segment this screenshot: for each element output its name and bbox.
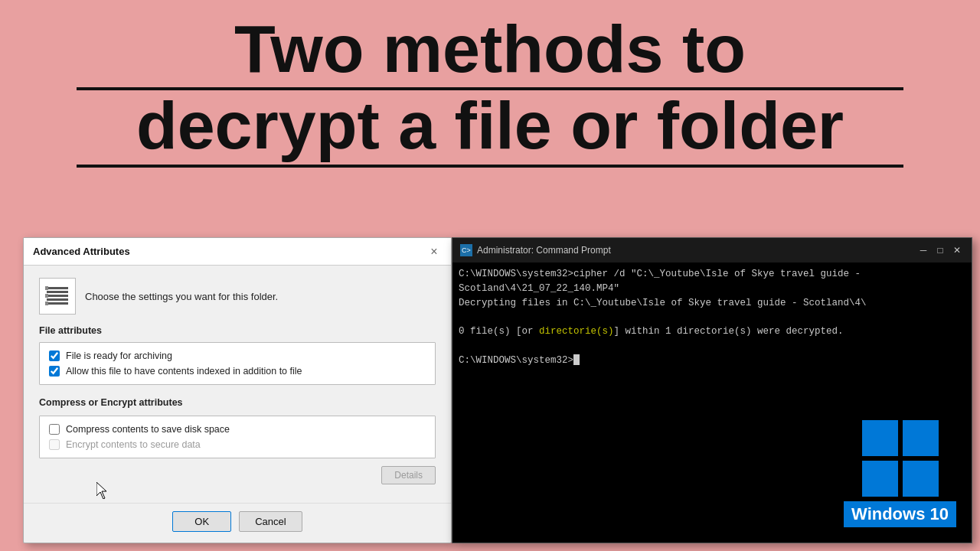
dialog-titlebar: Advanced Attributes × [24, 238, 451, 266]
dialog-header-row: Choose the settings you want for this fo… [39, 278, 436, 315]
svg-rect-5 [45, 286, 48, 290]
cmd-line-6: C:\WINDOWS\system32> [459, 354, 965, 368]
compress-label: Compress contents to save disk space [66, 424, 230, 435]
dialog-footer: OK Cancel [24, 503, 451, 543]
cmd-prompt-text: C:\WINDOWS\system32> [459, 355, 573, 366]
cmd-app-icon: C> [460, 244, 472, 256]
encrypt-checkbox [49, 439, 60, 450]
index-checkbox-row: Allow this file to have contents indexed… [49, 366, 426, 377]
svg-rect-1 [47, 291, 68, 293]
index-label: Allow this file to have contents indexed… [66, 366, 302, 377]
encrypt-label: Encrypt contents to secure data [66, 439, 201, 450]
close-icon[interactable]: ✕ [950, 243, 964, 257]
cmd-line-1: C:\WINDOWS\system32>cipher /d "C:\_Youtu… [459, 267, 965, 296]
encrypt-checkbox-row: Encrypt contents to secure data [49, 439, 426, 450]
list-icon [45, 284, 70, 308]
title-underline-bottom [77, 165, 903, 168]
archive-checkbox-row: File is ready for archiving [49, 350, 426, 361]
svg-rect-4 [47, 302, 68, 305]
folder-settings-icon [39, 278, 76, 315]
cmd-line-5 [459, 339, 965, 354]
cmd-title-left: C> Administrator: Command Prompt [460, 244, 611, 256]
cmd-titlebar: C> Administrator: Command Prompt ─ □ ✕ [452, 238, 972, 262]
compress-encrypt-box: Compress contents to save disk space Enc… [39, 416, 436, 458]
maximize-icon[interactable]: □ [933, 243, 947, 257]
svg-rect-0 [47, 287, 68, 289]
title-line1: Two methods to [31, 14, 949, 84]
compress-encrypt-label: Compress or Encrypt attributes [39, 397, 436, 408]
cmd-line-4: 0 file(s) [or directorie(s)] within 1 di… [459, 324, 965, 339]
dialog-header-text: Choose the settings you want for this fo… [85, 291, 278, 302]
ok-button[interactable]: OK [172, 511, 231, 532]
cmd-cursor [573, 354, 580, 365]
advanced-attributes-dialog: Advanced Attributes × Choose the setting… [23, 237, 452, 543]
svg-rect-3 [47, 298, 68, 301]
file-attributes-label: File attributes [39, 325, 436, 336]
title-line2: decrypt a file or folder [31, 90, 949, 161]
minimize-icon[interactable]: ─ [916, 243, 930, 257]
compress-checkbox[interactable] [49, 424, 60, 435]
command-prompt-window: C> Administrator: Command Prompt ─ □ ✕ C… [452, 237, 972, 543]
compress-checkbox-row: Compress contents to save disk space [49, 424, 426, 435]
cmd-highlight: directorie(s) [539, 326, 614, 337]
close-button[interactable]: × [426, 244, 442, 259]
dialog-title: Advanced Attributes [33, 246, 130, 257]
details-btn-row: Details [39, 466, 436, 484]
archive-checkbox[interactable] [49, 350, 60, 361]
title-area: Two methods to decrypt a file or folder [0, 0, 980, 175]
dialog-body: Choose the settings you want for this fo… [24, 266, 451, 503]
cmd-controls: ─ □ ✕ [916, 243, 964, 257]
cmd-title-text: Administrator: Command Prompt [477, 245, 611, 256]
svg-rect-6 [45, 294, 48, 298]
cmd-line-3 [459, 310, 965, 324]
file-attributes-box: File is ready for archiving Allow this f… [39, 342, 436, 385]
archive-label: File is ready for archiving [66, 350, 172, 361]
index-checkbox[interactable] [49, 366, 60, 377]
svg-rect-2 [47, 295, 68, 297]
svg-rect-7 [45, 302, 48, 305]
details-button[interactable]: Details [381, 466, 436, 484]
cmd-body: C:\WINDOWS\system32>cipher /d "C:\_Youtu… [452, 262, 972, 543]
cmd-line-2: Decrypting files in C:\_Youtube\Isle of … [459, 296, 965, 311]
cancel-button[interactable]: Cancel [239, 511, 302, 532]
